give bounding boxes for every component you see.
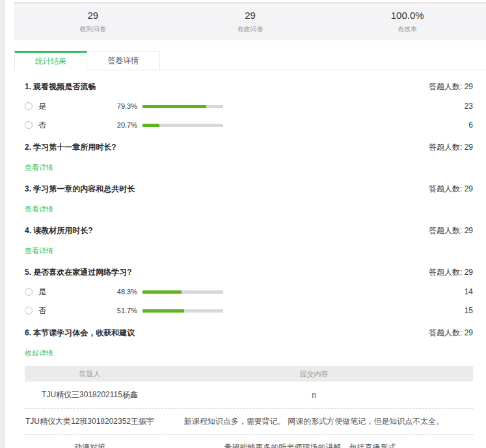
tab-answer-details[interactable]: 答卷详情	[87, 51, 160, 70]
percent-bar-fill	[142, 105, 206, 108]
questions-list: 1. 观看视频是否流畅 答题人数: 29 是 79.3% 23 否 20.7% …	[5, 81, 486, 448]
question-5-header: 5. 是否喜欢在家通过网络学习? 答题人数: 29	[25, 267, 473, 279]
question-4-header: 4. 读教材所用时长? 答题人数: 29	[25, 225, 473, 237]
percent-bar	[142, 124, 223, 127]
stat-received: 29 收到问卷	[14, 10, 172, 34]
option-row-no: 否 51.7% 15	[25, 305, 473, 316]
question-title: 1. 观看视频是否流畅	[25, 81, 96, 92]
stat-valid-value: 29	[172, 10, 329, 21]
radio-icon[interactable]	[25, 121, 33, 129]
percent-bar-fill	[142, 124, 159, 127]
option-label: 否	[38, 305, 46, 316]
answer-count: 答题人数: 29	[429, 81, 473, 92]
tab-statistics[interactable]: 统计结果	[14, 51, 87, 70]
table-row: TJU精仪三3018202115杨鑫 n	[25, 382, 473, 409]
option-percent: 79.3%	[46, 102, 137, 110]
stat-received-label: 收到问卷	[14, 25, 172, 34]
question-3-header: 3. 学习第一章的内容和总共时长 答题人数: 29	[25, 184, 473, 195]
question-2-header: 2. 学习第十一章所用时长? 答题人数: 29	[25, 142, 473, 154]
option-label: 是	[38, 101, 46, 112]
option-count: 14	[465, 287, 473, 296]
stat-valid-rate: 100.0% 有效率	[329, 10, 486, 34]
question-2: 2. 学习第十一章所用时长? 答题人数: 29 查看详情	[25, 142, 473, 173]
question-1: 1. 观看视频是否流畅 答题人数: 29 是 79.3% 23 否 20.7% …	[25, 81, 473, 131]
question-title: 4. 读教材所用时长?	[25, 225, 93, 236]
respondent-name: TJU精仪大类12班3018202352王振宇	[25, 416, 155, 427]
option-percent: 48.3%	[46, 288, 137, 296]
view-details-link[interactable]: 查看详情	[25, 163, 53, 173]
stat-valid-rate-value: 100.0%	[329, 10, 486, 21]
question-title: 6. 本节课学习体会，收获和建议	[25, 328, 135, 339]
submitted-content: n	[155, 391, 473, 400]
option-label: 否	[38, 120, 46, 131]
radio-icon[interactable]	[25, 307, 33, 315]
percent-bar	[142, 105, 223, 108]
option-percent: 51.7%	[46, 307, 137, 315]
submitted-content: 新课程知识点多，需要背记。 网课的形式方便做笔记，但是知识点不太全。	[155, 416, 473, 427]
option-row-yes: 是 79.3% 23	[25, 100, 473, 112]
column-header-respondent: 答题人	[25, 369, 155, 379]
answer-count: 答题人数: 29	[429, 225, 473, 236]
answers-table-header: 答题人 提交内容	[25, 366, 473, 382]
radio-icon[interactable]	[25, 288, 33, 296]
question-6: 6. 本节课学习体会，收获和建议 答题人数: 29 收起详情 答题人 提交内容 …	[25, 328, 473, 448]
stat-received-value: 29	[14, 10, 172, 21]
question-6-header: 6. 本节课学习体会，收获和建议 答题人数: 29	[25, 328, 473, 339]
question-5: 5. 是否喜欢在家通过网络学习? 答题人数: 29 是 48.3% 14 否 5…	[25, 267, 473, 316]
question-title: 5. 是否喜欢在家通过网络学习?	[25, 267, 132, 278]
option-row-yes: 是 48.3% 14	[25, 286, 473, 298]
percent-bar	[142, 290, 223, 294]
question-1-header: 1. 观看视频是否流畅 答题人数: 29	[25, 81, 473, 93]
percent-bar	[142, 309, 223, 313]
question-4: 4. 读教材所用时长? 答题人数: 29 查看详情	[25, 225, 473, 256]
stat-valid-rate-label: 有效率	[329, 25, 486, 34]
answer-count: 答题人数: 29	[429, 328, 473, 339]
submitted-content: 希望能够更多的听老师现场的讲解，包括直播形式。	[155, 442, 473, 448]
column-header-content: 提交内容	[155, 369, 473, 379]
answer-count: 答题人数: 29	[429, 267, 473, 278]
view-details-link[interactable]: 查看详情	[25, 246, 53, 256]
respondent-name: 动漫对策	[25, 442, 155, 448]
answers-table: 答题人 提交内容 TJU精仪三3018202115杨鑫 n TJU精仪大类12班…	[25, 366, 473, 448]
table-row: 动漫对策 希望能够更多的听老师现场的讲解，包括直播形式。	[25, 435, 473, 448]
option-label: 是	[38, 287, 46, 298]
option-count: 6	[468, 120, 473, 130]
answer-count: 答题人数: 29	[429, 184, 473, 195]
option-row-no: 否 20.7% 6	[25, 119, 473, 131]
respondent-name: TJU精仪三3018202115杨鑫	[25, 389, 155, 400]
stat-valid: 29 有效问卷	[172, 10, 329, 34]
stats-summary-panel: 29 收到问卷 29 有效问卷 100.0% 有效率	[14, 3, 486, 40]
stat-valid-label: 有效问卷	[172, 25, 329, 34]
percent-bar-fill	[142, 309, 184, 313]
option-percent: 20.7%	[46, 121, 137, 129]
tabs-bar: 统计结果 答卷详情	[14, 51, 486, 70]
percent-bar-fill	[142, 290, 182, 294]
answer-count: 答题人数: 29	[429, 142, 473, 153]
radio-icon[interactable]	[25, 102, 33, 110]
option-count: 23	[465, 102, 473, 111]
table-row: TJU精仪大类12班3018202352王振宇 新课程知识点多，需要背记。 网课…	[25, 409, 473, 435]
question-title: 2. 学习第十一章所用时长?	[25, 142, 116, 153]
question-3: 3. 学习第一章的内容和总共时长 答题人数: 29 查看详情	[25, 184, 473, 214]
question-title: 3. 学习第一章的内容和总共时长	[25, 184, 135, 195]
collapse-details-link[interactable]: 收起详情	[25, 348, 53, 358]
survey-report-page: 29 收到问卷 29 有效问卷 100.0% 有效率 统计结果 答卷详情 1. …	[5, 0, 486, 448]
page-left-gutter	[0, 0, 5, 448]
view-details-link[interactable]: 查看详情	[25, 204, 53, 214]
option-count: 15	[465, 306, 473, 315]
